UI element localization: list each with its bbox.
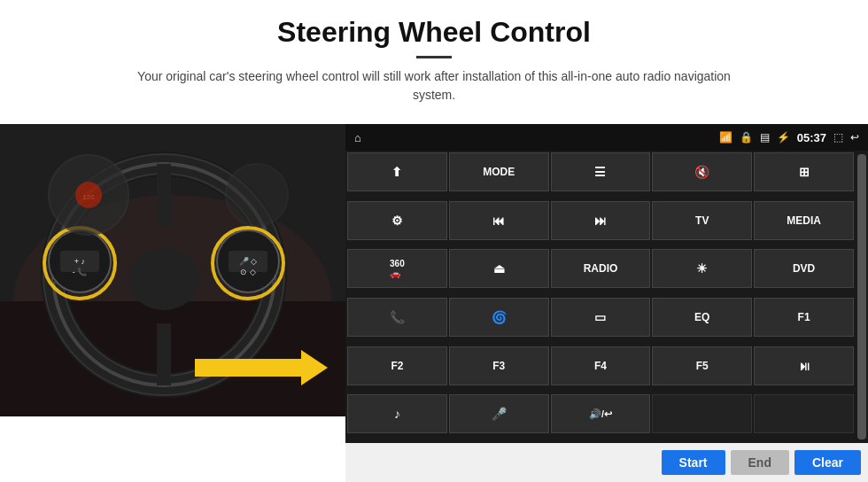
btn-empty-2: [754, 394, 854, 433]
svg-point-11: [128, 248, 199, 310]
steering-wheel-svg: + ♪ - 📞 🎤 ◇ ⊙ ◇ 120: [0, 124, 345, 416]
svg-point-24: [226, 164, 288, 226]
wheel-image: + ♪ - 📞 🎤 ◇ ⊙ ◇ 120: [0, 124, 345, 416]
btn-nav[interactable]: 🌀: [449, 298, 549, 337]
start-button[interactable]: Start: [662, 450, 725, 475]
head-unit: ⌂ 📶 🔒 ▤ ⚡ 05:37 ⬚ ↩ ⬆: [345, 124, 868, 482]
scrollbar-handle[interactable]: [857, 154, 866, 439]
btn-settings[interactable]: ⚙: [347, 201, 447, 240]
clear-button[interactable]: Clear: [794, 450, 861, 475]
svg-text:+ ♪: + ♪: [74, 257, 85, 266]
btn-playpause[interactable]: ⏯: [754, 346, 854, 385]
btn-f5[interactable]: F5: [652, 346, 752, 385]
sim-icon: ▤: [760, 131, 770, 144]
btn-mic[interactable]: 🎤: [449, 394, 549, 433]
btn-phone[interactable]: 📞: [347, 298, 447, 337]
status-bar: ⌂ 📶 🔒 ▤ ⚡ 05:37 ⬚ ↩: [345, 124, 868, 151]
btn-music[interactable]: ♪: [347, 394, 447, 433]
grid-wrapper: ⬆ MODE ☰ 🔇 ⊞ ⚙ ⏮ ⏭ TV MEDIA 360🚗 ⏏: [345, 151, 856, 443]
btn-apps[interactable]: ⊞: [754, 152, 854, 191]
clock: 05:37: [797, 131, 826, 144]
btn-eject[interactable]: ⏏: [449, 249, 549, 288]
svg-text:🎤 ◇: 🎤 ◇: [239, 256, 258, 267]
back-icon[interactable]: ↩: [850, 131, 859, 144]
button-grid: ⬆ MODE ☰ 🔇 ⊞ ⚙ ⏮ ⏭ TV MEDIA 360🚗 ⏏: [345, 151, 856, 443]
btn-media[interactable]: MEDIA: [754, 201, 854, 240]
svg-text:- 📞: - 📞: [73, 267, 88, 277]
fullscreen-icon[interactable]: ⬚: [833, 131, 843, 144]
btn-next[interactable]: ⏭: [551, 201, 651, 240]
svg-point-26: [75, 182, 102, 208]
btn-f2[interactable]: F2: [347, 346, 447, 385]
btn-prev[interactable]: ⏮: [449, 201, 549, 240]
btn-empty-1: [652, 394, 752, 433]
status-right: 📶 🔒 ▤ ⚡ 05:37 ⬚ ↩: [719, 131, 859, 144]
svg-text:⊙ ◇: ⊙ ◇: [240, 268, 256, 276]
lock-icon: 🔒: [740, 131, 753, 144]
btn-mode[interactable]: MODE: [449, 152, 549, 191]
btn-tv[interactable]: TV: [652, 201, 752, 240]
status-left: ⌂: [354, 131, 361, 144]
page-title: Steering Wheel Control: [0, 16, 868, 49]
btn-mute[interactable]: 🔇: [652, 152, 752, 191]
btn-dvd[interactable]: DVD: [754, 249, 854, 288]
home-icon[interactable]: ⌂: [354, 131, 361, 144]
grid-with-scroll: ⬆ MODE ☰ 🔇 ⊞ ⚙ ⏮ ⏭ TV MEDIA 360🚗 ⏏: [345, 151, 868, 443]
btn-send[interactable]: ⬆: [347, 152, 447, 191]
btn-f3[interactable]: F3: [449, 346, 549, 385]
btn-list[interactable]: ☰: [551, 152, 651, 191]
header-divider: [416, 56, 452, 58]
btn-f4[interactable]: F4: [551, 346, 651, 385]
end-button[interactable]: End: [731, 450, 789, 475]
page: Steering Wheel Control Your original car…: [0, 0, 868, 482]
btn-screen[interactable]: ▭: [551, 298, 651, 337]
bluetooth-icon: ⚡: [777, 131, 790, 144]
btn-radio[interactable]: RADIO: [551, 249, 651, 288]
bottom-bar: Start End Clear: [345, 443, 868, 482]
content-row: + ♪ - 📞 🎤 ◇ ⊙ ◇ 120: [0, 124, 868, 482]
header: Steering Wheel Control Your original car…: [0, 0, 868, 112]
wifi-icon: 📶: [719, 131, 732, 144]
btn-vol-call[interactable]: 🔊/↩: [551, 394, 651, 433]
header-description: Your original car's steering wheel contr…: [133, 67, 735, 105]
btn-f1[interactable]: F1: [754, 298, 854, 337]
btn-eq[interactable]: EQ: [652, 298, 752, 337]
btn-360[interactable]: 360🚗: [347, 249, 447, 288]
btn-brightness[interactable]: ☀: [652, 249, 752, 288]
